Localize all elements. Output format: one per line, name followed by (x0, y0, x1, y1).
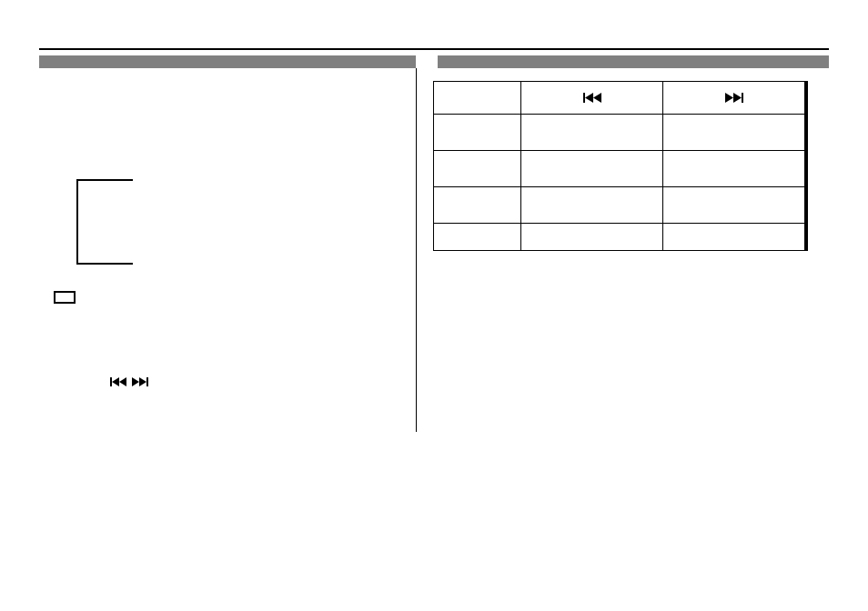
row-label (434, 151, 521, 187)
right-column (416, 68, 829, 432)
skip-forward-icon (132, 377, 148, 386)
svg-marker-1 (112, 377, 119, 386)
row-back (521, 224, 663, 251)
section-bar-right (438, 55, 829, 68)
row-fwd (663, 187, 805, 224)
row-back (521, 151, 663, 187)
row-label (434, 115, 521, 151)
top-rule (39, 48, 829, 50)
row-back (521, 115, 663, 151)
row-fwd (663, 151, 805, 187)
table-header-blank (434, 82, 521, 115)
svg-marker-10 (733, 93, 742, 103)
svg-marker-4 (139, 377, 146, 386)
svg-marker-3 (132, 377, 139, 386)
row-back (521, 187, 663, 224)
table-row (434, 187, 805, 224)
small-box (54, 291, 76, 304)
svg-marker-9 (725, 93, 733, 103)
left-column (39, 68, 416, 432)
bracket-box (76, 179, 133, 265)
svg-marker-7 (585, 93, 593, 103)
section-bar-left (39, 55, 416, 68)
svg-rect-5 (146, 377, 148, 386)
table-row (434, 115, 805, 151)
table-row (434, 224, 805, 251)
row-fwd (663, 224, 805, 251)
skip-icons-inline (110, 377, 148, 386)
skip-forward-icon (725, 93, 743, 103)
svg-marker-8 (593, 93, 601, 103)
table-row (434, 151, 805, 187)
table-header-back (521, 82, 663, 115)
svg-marker-2 (119, 377, 126, 386)
svg-rect-0 (110, 377, 112, 386)
table-header-forward (663, 82, 805, 115)
row-fwd (663, 115, 805, 151)
skip-back-icon (110, 377, 126, 386)
row-label (434, 187, 521, 224)
skip-back-icon (583, 93, 601, 103)
svg-rect-11 (742, 93, 743, 103)
row-label (434, 224, 521, 251)
skip-table (433, 81, 808, 251)
svg-rect-6 (583, 93, 585, 103)
